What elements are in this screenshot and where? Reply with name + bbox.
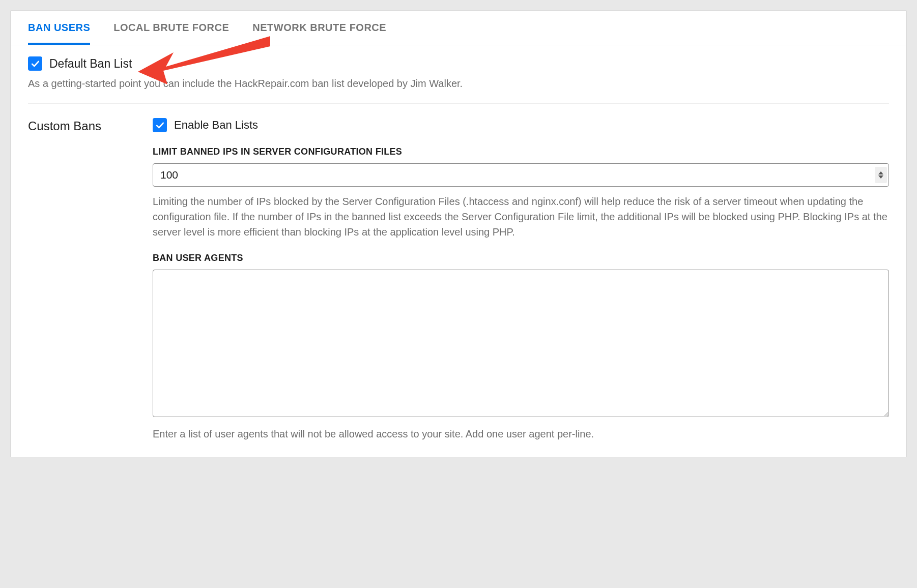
- default-ban-checkbox[interactable]: [28, 56, 42, 71]
- ban-user-agents-textarea[interactable]: [153, 270, 889, 417]
- checkmark-icon: [30, 58, 40, 69]
- ban-user-agents-help: Enter a list of user agents that will no…: [153, 426, 889, 442]
- custom-bans-fields: Enable Ban Lists LIMIT BANNED IPS IN SER…: [153, 118, 889, 442]
- tab-bar: BAN USERS LOCAL BRUTE FORCE NETWORK BRUT…: [11, 11, 906, 45]
- custom-bans-title: Custom Bans: [28, 118, 153, 133]
- default-ban-row: Default Ban List: [28, 56, 889, 71]
- limit-ips-select-wrap: [153, 163, 889, 187]
- enable-ban-lists-row: Enable Ban Lists: [153, 118, 889, 132]
- limit-ips-label: LIMIT BANNED IPS IN SERVER CONFIGURATION…: [153, 146, 889, 157]
- limit-ips-help: Limiting the number of IPs blocked by th…: [153, 194, 889, 240]
- enable-ban-lists-checkbox[interactable]: [153, 118, 167, 132]
- default-ban-label: Default Ban List: [49, 57, 132, 71]
- section-divider: [28, 103, 889, 104]
- custom-bans-section: Custom Bans Enable Ban Lists LIMIT BANNE…: [28, 118, 889, 442]
- checkmark-icon: [155, 120, 165, 130]
- tab-network-brute-force[interactable]: NETWORK BRUTE FORCE: [252, 22, 386, 45]
- tab-ban-users[interactable]: BAN USERS: [28, 22, 90, 45]
- limit-ips-input[interactable]: [153, 163, 889, 187]
- content-area: Default Ban List As a getting-started po…: [11, 45, 906, 457]
- default-ban-description: As a getting-started point you can inclu…: [28, 76, 889, 91]
- enable-ban-lists-label: Enable Ban Lists: [174, 119, 258, 132]
- ban-user-agents-label: BAN USER AGENTS: [153, 253, 889, 263]
- settings-panel: BAN USERS LOCAL BRUTE FORCE NETWORK BRUT…: [10, 10, 907, 457]
- tab-local-brute-force[interactable]: LOCAL BRUTE FORCE: [113, 22, 229, 45]
